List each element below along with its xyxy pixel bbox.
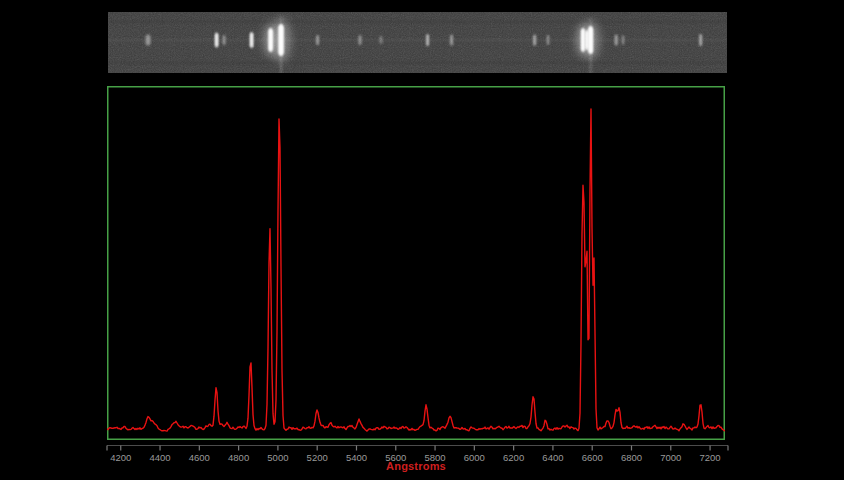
spectrum-2d-image-strip: [108, 12, 727, 73]
x-axis-title: Angstroms: [107, 460, 725, 472]
strip-trace-line: [108, 39, 727, 41]
strip-dark-band: [108, 21, 727, 23]
spectrum-trace-line: [107, 109, 725, 431]
spectrum-viewer-screen: 4200440046004800500052005400560058006000…: [0, 0, 844, 480]
spectrum-2d-image: [108, 12, 727, 73]
spectrum-plot-box: [107, 86, 725, 440]
strip-dark-band: [108, 62, 727, 64]
plot-border: [108, 87, 725, 440]
strip-spot-bleed-streak: [589, 19, 591, 29]
spectrum-plot: [107, 86, 725, 440]
